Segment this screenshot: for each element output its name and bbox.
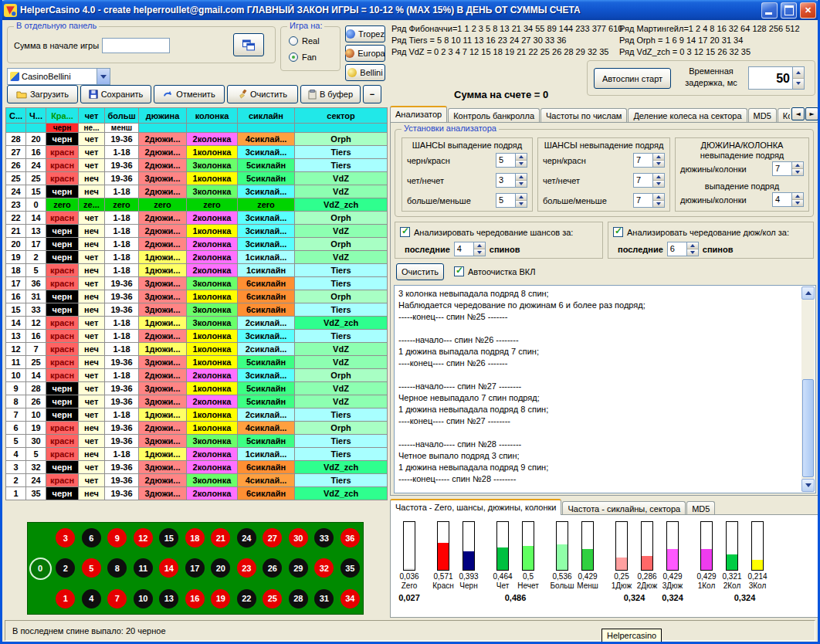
table-row[interactable]: 2820чернчет19-362дюжи...2колонка4сиклай.… [6, 133, 388, 146]
radio-fan[interactable]: Fan [289, 53, 317, 62]
board-number-10[interactable]: 10 [134, 589, 153, 608]
tab-scroll-right-icon[interactable]: ► [805, 107, 818, 120]
board-number-15[interactable]: 15 [159, 528, 178, 547]
board-number-20[interactable]: 20 [211, 558, 230, 578]
spinner[interactable]: 4 [772, 192, 804, 207]
spinner[interactable]: 5 [496, 193, 527, 208]
table-row[interactable]: 1316краснчет1-182дюжи...1колонка3сиклай.… [6, 330, 388, 343]
main-tabs-tab-4[interactable]: MD5 [748, 108, 777, 122]
spin-down-icon[interactable] [653, 161, 664, 167]
analyzer-log-box[interactable]: 3 колонка невыпадала подряд 8 спин; Набл… [394, 285, 816, 493]
board-number-21[interactable]: 21 [211, 528, 230, 547]
spin-up-icon[interactable] [516, 194, 527, 201]
table-row[interactable]: 710чернчет1-181дюжи...1колонка2сиклай...… [6, 408, 388, 422]
column-header-2[interactable]: Кра... [46, 108, 79, 124]
maximize-button[interactable] [781, 2, 797, 19]
board-number-16[interactable]: 16 [185, 589, 205, 608]
log-scrollbar[interactable] [801, 286, 815, 492]
table-row[interactable]: 45красннеч1-181дюжи...2колонка1сиклай...… [6, 448, 388, 461]
board-number-2[interactable]: 2 [56, 558, 75, 578]
table-row[interactable]: 1736краснчет19-363дюжи...3колонка6сиклай… [6, 277, 388, 290]
autoclear-checkbox[interactable] [454, 266, 464, 276]
start-sum-input[interactable] [102, 38, 170, 53]
board-number-30[interactable]: 30 [289, 528, 308, 547]
table-row[interactable]: 1125красннеч19-363дюжи...1колонка5сиклай… [6, 356, 388, 369]
board-number-8[interactable]: 8 [107, 558, 127, 578]
spinner[interactable]: 7 [633, 193, 665, 208]
board-number-22[interactable]: 22 [237, 589, 256, 608]
casino-button-tropez[interactable]: Tropez [345, 25, 385, 42]
scroll-down-button[interactable] [801, 479, 815, 492]
board-number-4[interactable]: 4 [82, 589, 101, 608]
save-button[interactable]: Сохранить [80, 85, 151, 103]
autospin-start-button[interactable]: Автоспин старт [594, 68, 671, 89]
board-number-19[interactable]: 19 [211, 589, 230, 608]
spin-down-icon[interactable] [793, 79, 804, 90]
main-tabs-tab-2[interactable]: Частоты по числам [540, 108, 627, 122]
table-row[interactable]: 2113черннеч1-182дюжи...1колонка3сиклай..… [6, 225, 388, 238]
freq-tabs-tab-0[interactable]: Частота - Zero, шансы, дюжины, колонки [390, 499, 561, 515]
casino-button-europa[interactable]: Europa [345, 45, 385, 62]
spin-down-icon[interactable] [653, 181, 664, 187]
spin-down-icon[interactable] [516, 161, 527, 167]
table-row[interactable]: 928чернчет19-363дюжи...1колонка5сиклайнV… [6, 382, 388, 395]
table-row[interactable]: 2017черннеч1-182дюжи...2колонка3сиклай..… [6, 238, 388, 251]
board-number-9[interactable]: 9 [107, 528, 127, 547]
table-row[interactable]: 192чернчет1-181дюжи...2колонка1сиклай...… [6, 251, 388, 264]
board-number-13[interactable]: 13 [159, 589, 178, 608]
board-zero-cell[interactable]: 0 [28, 523, 53, 614]
board-number-34[interactable]: 34 [341, 589, 360, 608]
freq-tabs-tab-1[interactable]: Частота - сиклайны, сектора [562, 501, 686, 515]
main-tabs-tab-5[interactable]: Ко [778, 108, 790, 122]
board-number-25[interactable]: 25 [263, 589, 282, 608]
table-row[interactable]: 1412краснчет1-181дюжи...3колонка2сиклай.… [6, 317, 388, 330]
dozcol-spins-spinner[interactable]: 6 [667, 242, 699, 256]
undo-button[interactable]: Отменить [154, 85, 225, 103]
main-tabs-tab-3[interactable]: Деление колеса на сектора [628, 108, 747, 122]
main-tabs-tab-1[interactable]: Контроль банкролла [448, 108, 540, 122]
table-row[interactable]: 127красннеч1-181дюжи...1колонка2сиклай..… [6, 343, 388, 356]
board-number-33[interactable]: 33 [314, 528, 334, 547]
table-row[interactable]: 224краснчет19-362дюжи...3колонка4сиклай.… [6, 474, 388, 487]
main-tabs-tab-0[interactable]: Анализатор [390, 106, 447, 122]
table-row[interactable]: 826чернчет19-363дюжи...2колонка5сиклайнV… [6, 395, 388, 408]
tab-scroll-left-icon[interactable]: ◄ [791, 107, 805, 120]
spin-up-icon[interactable] [792, 193, 803, 200]
column-header-0[interactable]: С... [6, 108, 26, 124]
spin-up-icon[interactable] [687, 242, 698, 249]
scroll-up-button[interactable] [801, 286, 815, 300]
freq-tabs-tab-2[interactable]: MD5 [686, 501, 715, 515]
spin-up-icon[interactable] [653, 194, 664, 201]
board-number-5[interactable]: 5 [82, 558, 101, 578]
board-number-6[interactable]: 6 [82, 528, 101, 547]
spin-up-icon[interactable] [516, 154, 527, 161]
column-header-8[interactable]: сектор [295, 108, 388, 124]
spin-down-icon[interactable] [474, 249, 485, 256]
spin-down-icon[interactable] [653, 201, 664, 207]
board-number-36[interactable]: 36 [341, 528, 360, 547]
spin-up-icon[interactable] [653, 174, 664, 181]
spin-down-icon[interactable] [516, 181, 527, 187]
board-number-29[interactable]: 29 [289, 558, 308, 578]
board-number-28[interactable]: 28 [289, 589, 308, 608]
table-row[interactable]: 2525красннеч19-363дюжи...1колонка5сиклай… [6, 172, 388, 185]
board-number-14[interactable]: 14 [159, 558, 178, 578]
board-number-17[interactable]: 17 [185, 558, 205, 578]
column-header-5[interactable]: дюжина [139, 108, 187, 124]
spinner[interactable]: 5 [496, 153, 527, 168]
radio-real[interactable]: Real [289, 36, 320, 46]
table-row[interactable]: 1631черннеч19-363дюжи...1колонка6сиклайн… [6, 290, 388, 303]
board-number-18[interactable]: 18 [185, 528, 205, 547]
table-row[interactable]: 1014краснчет1-182дюжи...2колонка3сиклай.… [6, 369, 388, 382]
column-header-4[interactable]: больш [105, 108, 139, 124]
casino-select[interactable]: CasinoBellini [7, 68, 110, 85]
spin-up-icon[interactable] [653, 154, 664, 161]
board-number-31[interactable]: 31 [314, 589, 334, 608]
column-header-6[interactable]: колонка [187, 108, 238, 124]
board-number-12[interactable]: 12 [134, 528, 153, 547]
board-number-26[interactable]: 26 [263, 558, 282, 578]
minimize-button[interactable] [761, 2, 778, 19]
analyzer-clear-button[interactable]: Очистить [396, 263, 444, 280]
spinner[interactable]: 7 [633, 173, 665, 188]
board-number-7[interactable]: 7 [107, 589, 127, 608]
